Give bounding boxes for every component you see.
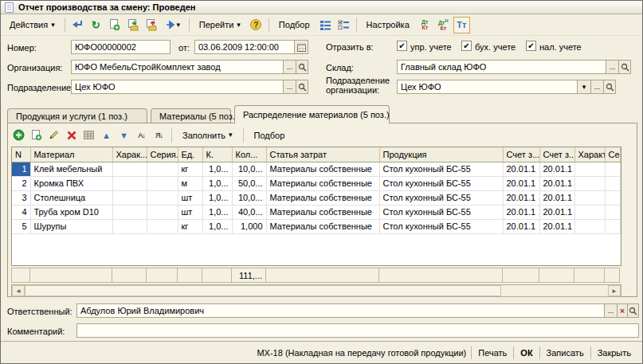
cell-series[interactable]: [147, 205, 178, 219]
department-open-button[interactable]: [296, 80, 308, 94]
cell-account-bu[interactable]: 20.01.1: [503, 176, 539, 190]
cell-series[interactable]: [147, 162, 178, 176]
col-material[interactable]: Материал: [30, 147, 112, 162]
cell-account-nu[interactable]: 20.01.1: [539, 219, 574, 233]
print-button[interactable]: Печать: [472, 346, 513, 360]
scroll-left-button[interactable]: ◄: [12, 285, 25, 296]
department-choose-button[interactable]: ...: [283, 80, 296, 94]
cell-coefficient[interactable]: 1,0...: [202, 219, 232, 233]
organization-open-button[interactable]: [296, 60, 308, 74]
cell-cost-item[interactable]: Материалы собственные: [266, 205, 379, 219]
col-quantity[interactable]: Кол...: [232, 147, 266, 162]
reflect-management-checkbox[interactable]: ✔: [397, 41, 407, 51]
document-structure-button[interactable]: Тт: [453, 17, 470, 33]
cell-cost-item[interactable]: Материалы собственные: [266, 219, 379, 233]
cell-account-bu[interactable]: 20.01.1: [503, 219, 539, 233]
cell-product[interactable]: Стол кухонный БС-55: [379, 219, 503, 233]
sort-ascending-button[interactable]: А↓: [134, 127, 149, 143]
reflect-accounting-checkbox[interactable]: ✔: [461, 41, 472, 51]
delete-row-button[interactable]: [64, 127, 79, 143]
cell-series-2[interactable]: [605, 190, 621, 205]
cell-unit[interactable]: м: [178, 176, 202, 190]
cell-series[interactable]: [147, 190, 178, 205]
copy-row-button[interactable]: [29, 127, 44, 143]
cell-n[interactable]: 1: [12, 162, 30, 176]
cell-quantity[interactable]: 10,0...: [232, 190, 266, 205]
department-field[interactable]: Цех ЮФО: [71, 80, 284, 94]
cell-series-2[interactable]: [605, 219, 621, 233]
col-account-bu[interactable]: Счет з...: [503, 147, 539, 162]
cell-material[interactable]: Столешница: [30, 190, 112, 205]
move-up-button[interactable]: ▲: [99, 127, 114, 143]
col-characteristic[interactable]: Харак...: [112, 147, 147, 162]
table-row[interactable]: 1 Клей мебельный кг 1,0... 10,0... Матер…: [12, 162, 621, 176]
sort-descending-button[interactable]: Я↓: [151, 127, 167, 143]
cell-material[interactable]: Клей мебельный: [30, 162, 112, 176]
warehouse-open-button[interactable]: [618, 60, 631, 74]
col-account-nu[interactable]: Счет з...: [539, 147, 574, 162]
warehouse-choose-button[interactable]: ...: [606, 60, 619, 74]
post-document-button[interactable]: [69, 17, 86, 33]
org-department-choose-button[interactable]: ...: [590, 80, 604, 94]
cell-unit[interactable]: кг: [178, 162, 202, 176]
cell-n[interactable]: 3: [12, 190, 30, 205]
cell-characteristic[interactable]: [112, 219, 147, 233]
close-button[interactable]: Закрыть: [591, 346, 637, 360]
cell-quantity[interactable]: 40,0...: [232, 205, 266, 219]
cell-series-2[interactable]: [605, 162, 621, 176]
col-n[interactable]: N: [12, 147, 30, 162]
cell-product[interactable]: Стол кухонный БС-55: [379, 176, 503, 190]
cell-n[interactable]: 4: [12, 205, 30, 219]
cell-cost-item[interactable]: Материалы собственные: [266, 176, 379, 190]
cell-series-2[interactable]: [605, 205, 621, 219]
cell-product[interactable]: Стол кухонный БС-55: [379, 162, 503, 176]
reflect-tax-checkbox[interactable]: ✔: [526, 41, 536, 51]
table-row[interactable]: 4 Труба хром D10 шт 1,0... 40,0... Матер…: [12, 205, 621, 219]
write-document-button[interactable]: [124, 17, 141, 33]
organization-field[interactable]: ЮФО МебельСтройКомплект завод: [71, 60, 284, 74]
cell-account-bu[interactable]: 20.01.1: [503, 205, 539, 219]
grid-selection-button[interactable]: Подбор: [249, 127, 291, 143]
tab-materials[interactable]: Материалы (5 поз.): [151, 108, 231, 123]
goto-menu-button[interactable]: Перейти ▾: [194, 17, 246, 33]
horizontal-scrollbar[interactable]: ◄ ►: [11, 284, 621, 297]
selection-button[interactable]: Подбор: [273, 17, 316, 33]
org-department-field[interactable]: Цех ЮФО: [397, 80, 578, 94]
calendar-button[interactable]: [294, 40, 308, 54]
cell-coefficient[interactable]: 1,0...: [202, 176, 232, 190]
warehouse-field[interactable]: Главный склад ЮФО: [397, 60, 606, 74]
cell-characteristic[interactable]: [112, 205, 147, 219]
cell-n[interactable]: 5: [12, 219, 30, 233]
cell-quantity[interactable]: 10,0...: [232, 162, 266, 176]
cell-series[interactable]: [147, 176, 178, 190]
cell-unit[interactable]: шт: [178, 190, 202, 205]
cell-cost-item[interactable]: Материалы собственные: [266, 190, 379, 205]
cell-characteristic-2[interactable]: [574, 219, 605, 233]
cell-account-bu[interactable]: 20.01.1: [503, 190, 539, 205]
cell-unit[interactable]: шт: [178, 205, 202, 219]
date-field[interactable]: 03.06.2009 12:00:00: [194, 40, 295, 54]
table-row[interactable]: 5 Шурупы кг 1,0... 1,000 Материалы собст…: [12, 219, 621, 233]
cell-cost-item[interactable]: Материалы собственные: [266, 162, 379, 176]
save-button[interactable]: Записать: [540, 346, 590, 360]
settings-button[interactable]: Настройка: [361, 17, 415, 33]
col-coefficient[interactable]: К.: [202, 147, 232, 162]
col-series[interactable]: Серия...: [147, 147, 178, 162]
org-department-dropdown-button[interactable]: ▾: [577, 80, 591, 94]
cell-coefficient[interactable]: 1,0...: [202, 190, 232, 205]
cell-characteristic-2[interactable]: [574, 176, 605, 190]
col-series-2[interactable]: Се: [605, 147, 621, 162]
cell-characteristic-2[interactable]: [574, 162, 605, 176]
cell-account-nu[interactable]: 20.01.1: [539, 205, 574, 219]
responsible-clear-button[interactable]: ×: [617, 303, 628, 318]
copy-document-button[interactable]: [106, 17, 123, 33]
dtkt-postings-button[interactable]: ДтКт: [417, 17, 433, 33]
dtkt-tax-postings-button[interactable]: ДтН Кт: [435, 17, 452, 33]
organization-choose-button[interactable]: ...: [283, 60, 296, 74]
cell-coefficient[interactable]: 1,0...: [202, 205, 232, 219]
cell-material[interactable]: Шурупы: [30, 219, 112, 233]
cell-account-bu[interactable]: 20.01.1: [503, 162, 539, 176]
col-product[interactable]: Продукция: [379, 147, 503, 162]
move-down-button[interactable]: ▼: [116, 127, 131, 143]
cell-unit[interactable]: кг: [178, 219, 202, 233]
